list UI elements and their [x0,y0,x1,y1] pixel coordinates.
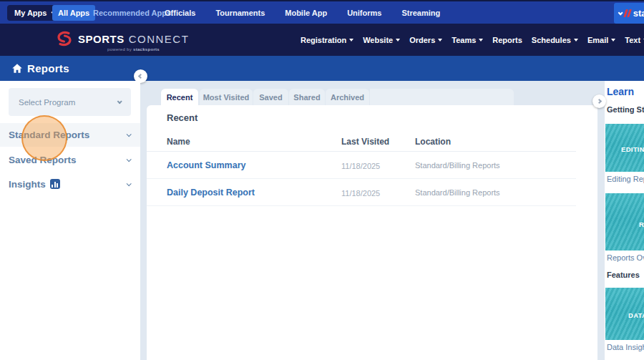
report-link[interactable]: Daily Deposit Report [167,188,255,198]
page-header: Reports [0,56,644,81]
insights-label: Insights [9,179,46,190]
stack-sports-icon [625,9,630,17]
video-card-reports-overview[interactable]: REPORTS [605,193,644,250]
top-link-streaming[interactable]: Streaming [401,9,440,17]
nav-registration[interactable]: Registration [301,36,353,44]
sports-connect-icon [55,29,74,48]
page-title: Reports [27,62,69,74]
table-row: Account Summary 11/18/2025 Standard/Bill… [147,152,576,179]
chevron-down-icon [349,39,353,42]
nav-teams[interactable]: Teams [452,36,483,44]
tab-shared[interactable]: Shared [289,89,325,106]
reports-sidebar: Select Program Standard Reports Saved Re… [0,81,140,360]
learn-section-getting-started: Getting Started [607,105,644,114]
chevron-down-icon [127,157,132,162]
report-link[interactable]: Account Summary [167,160,245,170]
top-link-officials[interactable]: Officials [165,9,195,17]
powered-by-stacksports: powered by stacksports [107,47,160,52]
video-caption: Data Insights [607,343,644,351]
column-last-visited: Last Visited [341,137,389,147]
program-select[interactable]: Select Program [9,88,131,116]
nav-schedules[interactable]: Schedules [532,36,578,44]
sports-connect-logo[interactable]: SPORTS CONNECT [55,29,189,48]
location-value: Standard/Billing Reports [415,161,500,170]
last-visited-value: 11/18/2025 [341,162,380,170]
tab-recent[interactable]: Recent [161,89,198,106]
chevron-right-icon [597,99,602,104]
stack-sports-menu[interactable]: stack [614,3,644,24]
chevron-down-icon [396,39,400,42]
program-select-value: Select Program [19,98,75,107]
tab-strip-filler [370,89,514,106]
video-overlay-text: DATA [628,311,644,319]
nav-orders[interactable]: Orders [409,36,442,44]
main-nav-menu: Registration Website Orders Teams Report… [301,24,644,56]
learn-section-features: Features [607,271,640,279]
video-overlay-text: REPORTS [639,220,644,228]
recommended-apps-label: Recommended Apps: [93,9,174,17]
chevron-down-icon [117,99,122,104]
chevron-down-icon [574,39,578,42]
chevron-down-icon [127,132,132,137]
top-link-mobile-app[interactable]: Mobile App [285,9,327,17]
video-card-data-insights[interactable]: DATA [605,288,644,340]
sidebar-item-insights[interactable]: Insights [0,173,140,195]
chevron-down-icon [438,39,442,42]
learn-panel: Learn Getting Started EDITING Editing Re… [605,81,644,360]
location-value: Standard/Billing Reports [415,188,500,197]
nav-text[interactable]: Text [625,36,644,44]
video-overlay-text: EDITING [621,145,644,153]
chevron-down-icon [479,39,483,42]
tab-saved[interactable]: Saved [253,89,288,106]
chevron-down-icon [618,10,623,15]
table-row: Daily Deposit Report 11/18/2025 Standard… [147,179,576,206]
table-header-row: Name Last Visited Location [147,132,576,152]
column-name: Name [167,137,190,147]
all-apps-label: All Apps [58,9,89,17]
top-link-tournaments[interactable]: Tournaments [215,9,265,17]
main-navbar: SPORTS CONNECT powered by stacksports Re… [0,24,644,56]
tab-most-visited[interactable]: Most Visited [200,89,253,106]
learn-title: Learn [607,86,634,97]
column-location: Location [415,137,451,147]
brand-sports: SPORTS [78,33,125,45]
nav-reports[interactable]: Reports [492,36,522,44]
video-card-editing-reports[interactable]: EDITING [605,124,644,172]
home-icon[interactable] [11,63,23,74]
brand-connect: CONNECT [129,33,190,45]
top-link-uniforms[interactable]: Uniforms [347,9,381,17]
recent-reports-card: Recent Name Last Visited Location Accoun… [147,105,597,360]
top-app-bar: My Apps All Apps Recommended Apps: Offic… [0,0,644,24]
all-apps-button[interactable]: All Apps [52,5,95,21]
section-title: Recent [167,112,197,123]
tab-archived[interactable]: Archived [326,89,369,106]
learn-panel-expand-button[interactable] [592,94,606,108]
chevron-down-icon [611,39,615,42]
chevron-left-icon [138,74,143,79]
top-app-links: Officials Tournaments Mobile App Uniform… [165,1,440,24]
nav-email[interactable]: Email [587,36,615,44]
stack-label: stack [633,8,644,19]
my-apps-label: My Apps [14,9,47,17]
sidebar-item-saved-reports[interactable]: Saved Reports [0,149,140,170]
video-caption: Editing Reports [607,175,644,183]
chevron-down-icon [127,181,132,186]
video-caption: Reports Overview [607,253,644,262]
click-highlight-circle [21,115,67,161]
bar-chart-icon [50,179,60,189]
last-visited-value: 11/18/2025 [341,189,380,198]
nav-website[interactable]: Website [363,36,400,44]
